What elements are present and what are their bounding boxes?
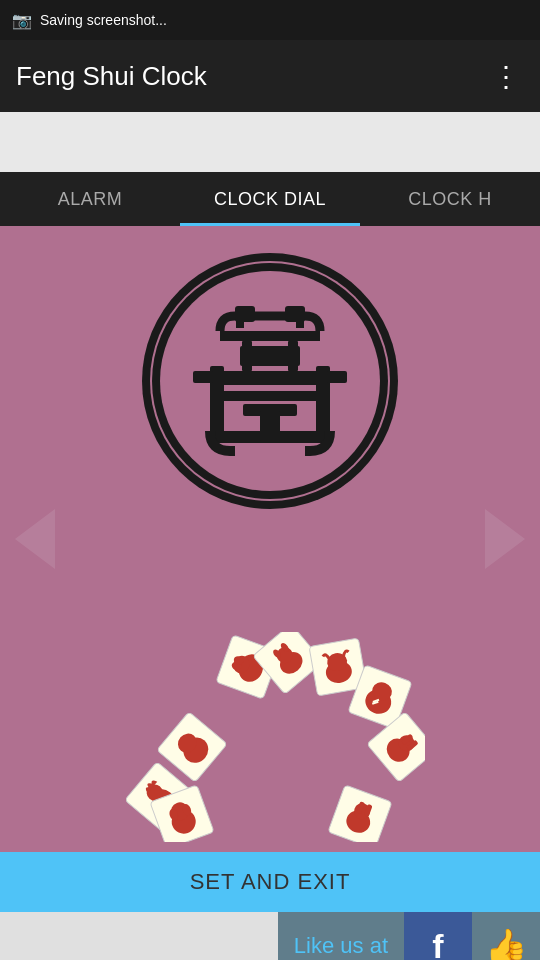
set-exit-button[interactable]: SET AND EXIT xyxy=(0,852,540,912)
clock-dial-symbol xyxy=(135,246,405,516)
tab-bar: ALARM CLOCK DIAL CLOCK H xyxy=(0,172,540,226)
svg-rect-16 xyxy=(327,371,347,383)
like-text: Like us at xyxy=(278,912,404,960)
status-bar: 📷 Saving screenshot... xyxy=(0,0,540,40)
ad-banner xyxy=(0,112,540,172)
facebook-icon[interactable]: f xyxy=(404,912,472,960)
svg-rect-17 xyxy=(242,341,252,371)
app-bar: Feng Shui Clock ⋮ xyxy=(0,40,540,112)
three-dots-icon: ⋮ xyxy=(492,60,521,93)
next-arrow-button[interactable] xyxy=(470,504,540,574)
status-text: Saving screenshot... xyxy=(40,12,167,28)
left-arrow-icon xyxy=(15,509,55,569)
menu-button[interactable]: ⋮ xyxy=(488,58,524,94)
zodiac-arc xyxy=(115,632,425,842)
main-content xyxy=(0,226,540,852)
tab-clock-dial[interactable]: CLOCK DIAL xyxy=(180,172,360,226)
svg-rect-12 xyxy=(260,411,280,441)
set-exit-label: SET AND EXIT xyxy=(190,869,351,895)
prev-arrow-button[interactable] xyxy=(0,504,70,574)
camera-icon: 📷 xyxy=(12,11,32,30)
tab-alarm[interactable]: ALARM xyxy=(0,172,180,226)
svg-rect-7 xyxy=(220,391,320,401)
right-arrow-icon xyxy=(485,509,525,569)
tab-clock-h[interactable]: CLOCK H xyxy=(360,172,540,226)
like-section: Like us at f 👍 xyxy=(278,912,540,960)
bottom-bar: Like us at f 👍 xyxy=(0,912,540,960)
svg-rect-18 xyxy=(288,341,298,371)
svg-rect-6 xyxy=(210,371,330,385)
app-title: Feng Shui Clock xyxy=(16,61,207,92)
svg-rect-15 xyxy=(193,371,213,383)
thumbs-up-icon[interactable]: 👍 xyxy=(472,912,540,960)
